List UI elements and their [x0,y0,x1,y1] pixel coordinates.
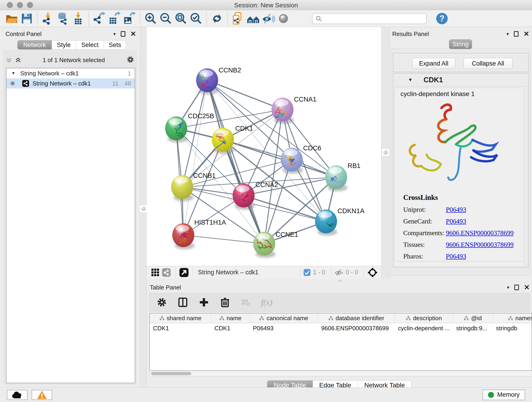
show-columns-button[interactable] [177,296,189,308]
left-splitter-handle[interactable] [139,205,147,213]
birds-eye-view-button[interactable] [367,267,378,278]
panel-float-icon[interactable] [514,31,519,37]
panel-close-icon[interactable]: ✕ [524,31,529,37]
results-horizontal-scrollbar[interactable] [395,262,524,266]
tab-string[interactable]: String [449,39,472,49]
panel-close-icon[interactable]: ✕ [524,284,530,291]
column-header-canonical-name[interactable]: canonical name [250,313,318,323]
export-image-button[interactable] [122,12,137,26]
panel-menu-icon[interactable]: ▾ [507,31,509,37]
import-table-file-button[interactable] [70,12,86,26]
column-header-description[interactable]: description [395,313,453,323]
zoom-fit-button[interactable] [173,12,188,26]
column-header-name[interactable]: name [211,313,250,323]
panel-close-icon[interactable]: ✕ [130,31,136,37]
edge-CCNB2-CCNA1[interactable] [207,80,283,109]
table-settings-button[interactable] [156,296,168,308]
open-session-button[interactable] [4,12,19,26]
help-button[interactable]: ? [436,12,448,25]
memory-button[interactable]: Memory [482,390,525,400]
warnings-button[interactable] [32,390,52,400]
export-table-button[interactable] [107,12,122,26]
node-CCNA2[interactable] [233,184,254,207]
create-column-button[interactable] [198,296,210,308]
expand-all-networks-icon[interactable] [6,57,12,63]
crosslink-link[interactable]: 9606.ENSP00000378699 [446,229,514,237]
column-header-namespace[interactable]: namespace [493,313,532,323]
table-cell[interactable]: stringdb:9... [453,323,493,333]
panel-menu-icon[interactable]: ▾ [114,31,116,37]
table-cell[interactable]: CDK1 [150,323,211,333]
view-grid-button[interactable] [150,267,161,278]
table-cell[interactable]: stringdb [493,323,532,333]
save-session-button[interactable] [19,12,34,26]
right-splitter-handle[interactable] [382,148,389,156]
protein-header-row[interactable]: ▼ CDK1 [393,74,528,86]
hide-results-button[interactable] [261,12,276,26]
crosslink-link[interactable]: P06493 [446,206,466,213]
detach-view-button[interactable] [178,267,190,278]
refresh-view-button[interactable] [209,12,225,26]
edge-HIST1H1A-CCNE1[interactable] [183,235,264,244]
network-graph[interactable]: CCNB2CCNA1CDC25BCDK1CDC6RB1CCNB1CCNA2CDK… [147,27,381,266]
delete-column-button[interactable] [219,296,231,308]
crosslink-link[interactable]: 9606.ENSP00000378699 [446,241,514,249]
network-collection-row[interactable]: ▼ String Network – cdk1 1 [6,68,135,78]
node-CCNB1[interactable] [171,175,193,199]
edge-CCNB2-HIST1H1A[interactable] [183,80,207,235]
zoom-selected-button[interactable] [188,12,203,26]
network-canvas[interactable]: CCNB2CCNA1CDC25BCDK1CDC6RB1CCNB1CCNA2CDK… [147,27,381,266]
table-cell[interactable]: P06493 [250,323,318,333]
column-header--id[interactable]: @id [453,313,493,323]
show-sphere-button[interactable] [276,12,291,26]
node-CCNE1[interactable] [253,232,275,255]
tab-sets[interactable]: Sets [104,40,126,50]
collapse-all-networks-icon[interactable] [15,57,21,63]
export-network-button[interactable] [92,12,107,26]
view-network-button[interactable] [161,267,172,278]
table-cell[interactable]: 9606.ENSP00000378699 [318,323,395,333]
table-row[interactable]: CDK1CDK1P064939606.ENSP00000378699cyclin… [150,323,532,333]
left-splitter[interactable] [140,27,147,387]
import-network-file-button[interactable] [40,12,56,26]
table-cell[interactable]: CDK1 [211,323,250,333]
table-horizontal-scrollbar[interactable] [149,371,532,376]
cloud-status-button[interactable] [7,390,27,400]
import-network-database-button[interactable] [56,12,70,26]
column-header-database-identifier[interactable]: database identifier [318,313,395,323]
node-HIST1H1A[interactable] [172,223,194,247]
node-CDK1[interactable] [212,128,234,152]
expand-all-button[interactable]: Expand All [412,58,455,69]
zoom-out-button[interactable] [158,12,173,26]
node-CCNB2[interactable] [196,68,218,92]
collapse-triangle-icon[interactable]: ▼ [408,77,413,83]
node-CDC6[interactable] [281,148,303,172]
table-cell[interactable]: cyclin-dependent ... [395,323,453,333]
string-protein-query-button[interactable] [230,12,246,26]
scrollbar-thumb[interactable] [151,372,191,375]
network-row[interactable]: String Network – cdk1 11 48 [6,78,135,89]
network-options-gear-icon[interactable] [127,56,134,64]
node-table[interactable]: shared namenamecanonical namedatabase id… [149,313,532,371]
selected-checkbox-icon[interactable] [303,269,311,276]
node-CDC25B[interactable] [165,116,187,140]
node-CDKN1A[interactable] [315,210,337,233]
tab-select[interactable]: Select [76,40,104,50]
panel-menu-icon[interactable]: ▾ [507,285,509,290]
panel-float-icon[interactable] [121,31,125,37]
function-builder-icon[interactable]: f(x) [261,298,272,307]
crosslink-link[interactable]: P06493 [446,253,466,260]
search-input[interactable] [324,15,423,22]
tab-style[interactable]: Style [52,40,76,50]
panel-float-icon[interactable] [514,285,519,290]
delete-table-button[interactable] [240,296,252,308]
collapse-all-button[interactable]: Collapse All [463,58,513,69]
column-header-shared-name[interactable]: shared name [150,313,211,323]
tab-network[interactable]: Network [17,40,52,50]
node-CCNA1[interactable] [272,98,293,121]
string-home-button[interactable] [246,12,261,26]
hidden-eye-icon[interactable] [334,268,343,277]
crosslink-link[interactable]: P06493 [446,217,466,225]
zoom-in-button[interactable] [143,12,158,26]
collapse-triangle-icon[interactable]: ▼ [12,71,15,76]
